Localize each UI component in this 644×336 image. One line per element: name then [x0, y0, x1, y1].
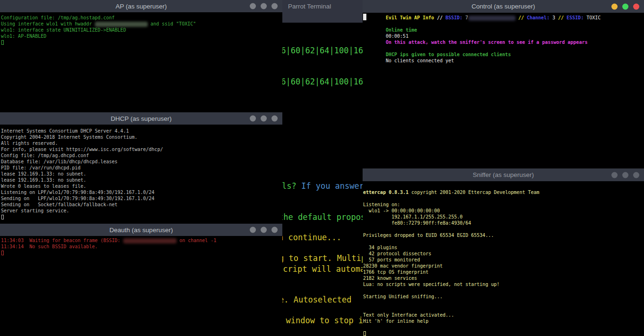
titlebar[interactable]: Parrot Terminal — [282, 0, 363, 23]
text-segment: Using interface wlo1 with hwaddr — [1, 21, 95, 26]
terminal-line: fe80::7279:90ff:fe8a:4930/64 — [363, 220, 644, 226]
redacted-text — [95, 22, 148, 27]
text-segment: Lua: no scripts were specified, not star… — [363, 282, 500, 287]
text-segment: // — [558, 15, 567, 20]
titlebar[interactable]: DHCP (as superuser) — [0, 112, 282, 125]
minimize-button[interactable] — [250, 3, 256, 9]
text-segment: 56|60|62|64|100|161 — [282, 46, 363, 55]
text-segment: Sending on LPF/wlo1/70:79:90:8a:49:30/19… — [1, 196, 154, 201]
maximize-button[interactable] — [261, 227, 267, 233]
text-segment: 2182 known services — [363, 276, 417, 281]
text-segment: ls? — [282, 181, 297, 191]
terminal-content[interactable]: ettercap 0.8.3.1 copyright 2001-2020 Ett… — [363, 181, 644, 336]
close-button[interactable] — [271, 3, 278, 9]
titlebar[interactable]: AP (as superuser) — [0, 0, 282, 12]
terminal-content[interactable]: Configuration file: /tmp/ag.hostapd.conf… — [0, 12, 282, 112]
maximize-button[interactable] — [622, 172, 628, 178]
window-buttons — [611, 172, 639, 178]
terminal-cursor — [1, 215, 4, 219]
terminal-line: wlo1 -> 00:00:00:00:00:00 — [363, 208, 644, 214]
terminal-line — [363, 238, 644, 244]
terminal-line: 28230 mac vendor fingerprint — [363, 263, 644, 269]
terminal-line: Database file: /var/lib/dhcp/dhcpd.lease… — [1, 159, 282, 165]
terminal-cursor — [364, 331, 366, 336]
terminal-line: 11:34:14 No such BSSID available. — [1, 244, 282, 250]
terminal-line: Copyright 2004-2018 Internet Systems Con… — [1, 134, 282, 140]
window-title: Parrot Terminal — [288, 3, 331, 10]
text-segment: 56|60|62|64|100|161 — [282, 77, 363, 86]
text-segment: Server starting service. — [1, 208, 69, 213]
window-dhcp: DHCP (as superuser) Internet Systems Con… — [0, 112, 282, 224]
text-segment: 34 plugins — [363, 245, 397, 250]
text-segment: 7 — [466, 15, 468, 20]
terminal-line — [363, 226, 644, 232]
titlebar[interactable]: Deauth (as superuser) — [0, 224, 282, 236]
terminal-text-fragment: s window to stop it — [282, 315, 363, 326]
maximize-button[interactable] — [261, 3, 267, 9]
terminal-content[interactable]: Internet Systems Consortium DHCP Server … — [0, 125, 282, 224]
text-segment: e. Autoselected — [282, 295, 352, 304]
terminal-line: No clients connected yet — [386, 58, 644, 64]
terminal-line: 42 protocol dissectors — [363, 251, 644, 257]
text-segment: Listening on LPF/wlo1/70:79:90:8a:49:30/… — [1, 190, 154, 195]
terminal-line: Wrote 0 leases to leases file. — [1, 183, 282, 189]
text-segment: BSSID: — [445, 15, 465, 20]
text-segment: on channel -1 — [177, 238, 216, 243]
text-segment: fe80::7279:90ff:fe8a:4930/64 — [363, 220, 471, 226]
terminal-line — [1, 250, 282, 256]
terminal-line: PID file: /var/run/dhcpd.pid — [1, 165, 282, 171]
text-segment: lease 192.169.1.33: no subnet. — [1, 171, 86, 176]
terminal-line: 2182 known services — [363, 275, 644, 281]
terminal-line: lease 192.169.1.33: no subnet. — [1, 171, 282, 177]
minimize-button[interactable] — [250, 116, 256, 122]
terminal-content[interactable]: 11:34:03 Waiting for beacon frame (BSSID… — [0, 236, 282, 336]
maximize-button[interactable] — [622, 3, 628, 9]
terminal-line — [363, 330, 644, 336]
minimize-button[interactable] — [250, 227, 256, 233]
redacted-text — [468, 16, 516, 21]
titlebar[interactable]: Sniffer (as superuser) — [363, 168, 644, 181]
terminal-text-fragment: 56|60|62|64|100|161 — [282, 76, 363, 87]
close-button[interactable] — [271, 116, 278, 122]
terminal-line — [363, 306, 644, 312]
terminal-line: Config file: /tmp/ag.dhcpd.conf — [1, 152, 282, 159]
close-button[interactable] — [271, 227, 278, 233]
text-segment: g to start. Multip — [282, 253, 363, 263]
terminal-line — [363, 195, 644, 202]
terminal-line: Text only Interface activated... — [363, 312, 644, 318]
terminal-line — [363, 324, 644, 330]
terminal-line: DHCP ips given to possible connected cli… — [386, 51, 644, 58]
maximize-button[interactable] — [261, 116, 267, 122]
close-button[interactable] — [633, 172, 639, 178]
terminal-line: 1766 tcp OS fingerprint — [363, 269, 644, 275]
terminal-line: lease 192.169.1.33: no subnet. — [1, 177, 282, 183]
titlebar[interactable]: Control (as superuser) — [363, 0, 644, 13]
terminal-line: 57 ports monitored — [363, 257, 644, 263]
window-sniffer: Sniffer (as superuser) ettercap 0.8.3.1 … — [363, 168, 644, 336]
text-segment: 1766 tcp OS fingerprint — [363, 269, 428, 275]
text-segment: s window to stop it — [282, 316, 363, 325]
terminal-line: Server starting service. — [1, 208, 282, 214]
text-segment: 11:34:03 Waiting for beacon frame (BSSID… — [1, 238, 123, 243]
window-title: Sniffer (as superuser) — [473, 171, 534, 178]
text-segment: No clients connected yet — [386, 58, 454, 63]
terminal-line: On this attack, watch the sniffer's scre… — [386, 39, 644, 45]
terminal-line — [1, 39, 282, 45]
terminal-content[interactable]: Evil Twin AP Info // BSSID: 7 // Channel… — [363, 13, 644, 168]
window-buttons — [250, 3, 278, 9]
terminal-line: 00:00:51 — [386, 33, 644, 39]
close-button[interactable] — [633, 3, 639, 9]
terminal-line: 34 plugins — [363, 244, 644, 251]
terminal-line: wlo1: interface state UNINITIALIZED->ENA… — [1, 27, 282, 33]
window-parrot-terminal: Parrot Terminal 56|60|62|64|100|16156|60… — [282, 0, 363, 336]
terminal-line: Configuration file: /tmp/ag.hostapd.conf — [1, 15, 282, 21]
terminal-line: Sending on Socket/fallback/fallback-net — [1, 202, 282, 208]
redacted-text — [123, 238, 177, 244]
minimize-button[interactable] — [611, 172, 618, 178]
text-segment: Text only Interface activated... — [363, 312, 454, 318]
terminal-line: Sending on LPF/wlo1/70:79:90:8a:49:30/19… — [1, 195, 282, 202]
text-segment: 3 — [552, 15, 558, 20]
text-segment: Evil Twin AP Info — [386, 15, 434, 20]
minimize-button[interactable] — [611, 3, 618, 9]
terminal-text-fragment: script will automa — [282, 264, 363, 274]
